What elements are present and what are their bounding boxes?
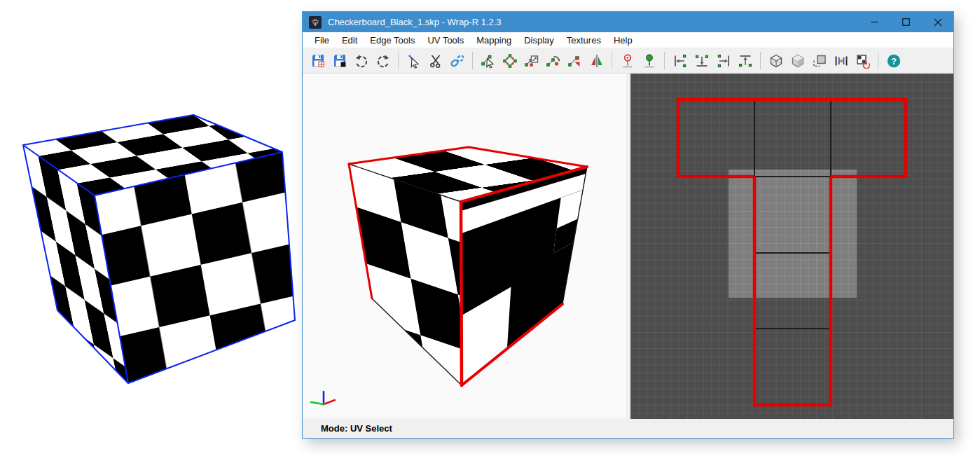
uv-select-button[interactable] xyxy=(478,50,498,71)
align-top-button[interactable] xyxy=(735,50,755,71)
align-bottom-icon xyxy=(694,53,710,69)
redo-button[interactable] xyxy=(373,50,393,71)
sketchup-viewport[interactable] xyxy=(0,0,302,461)
axis-gizmo xyxy=(311,392,335,404)
toolbar-separator xyxy=(612,52,612,69)
show-wireframe-icon xyxy=(768,53,784,69)
marquee-select-icon xyxy=(812,53,827,69)
maximize-button[interactable] xyxy=(890,12,922,32)
align-left-icon xyxy=(672,53,688,69)
minimize-button[interactable] xyxy=(859,12,890,32)
minimize-icon xyxy=(871,18,878,26)
help-button[interactable]: ? xyxy=(883,50,904,71)
redo-icon xyxy=(375,53,391,69)
uv-editor[interactable] xyxy=(630,74,953,418)
mode-indicator: Mode: UV Select xyxy=(321,423,392,434)
close-button[interactable] xyxy=(922,12,953,32)
show-solid-button[interactable] xyxy=(787,50,808,71)
distribute-button[interactable] xyxy=(831,50,851,71)
toolbar-separator xyxy=(472,52,473,69)
uv-move-button[interactable] xyxy=(499,50,520,71)
pin-pinned-button[interactable] xyxy=(639,50,659,71)
sketchup-cube xyxy=(0,0,302,461)
align-right-button[interactable] xyxy=(713,50,733,71)
uv-select-icon xyxy=(481,53,496,69)
app-icon xyxy=(309,16,322,29)
save-icon xyxy=(310,53,326,69)
uv-skew-icon xyxy=(567,53,583,69)
pin-unpinned-icon xyxy=(620,53,635,69)
menu-help[interactable]: Help xyxy=(607,33,639,48)
align-bottom-button[interactable] xyxy=(691,50,712,71)
toggle-grid-icon xyxy=(855,53,871,69)
toolbar-separator xyxy=(664,52,665,69)
save-as-button[interactable] xyxy=(329,50,350,71)
cut-button[interactable] xyxy=(425,50,446,71)
show-solid-icon xyxy=(790,53,806,69)
align-left-button[interactable] xyxy=(670,50,690,71)
marquee-select-button[interactable] xyxy=(809,50,829,71)
menu-textures[interactable]: Textures xyxy=(560,33,607,48)
menu-edit[interactable]: Edit xyxy=(336,33,364,48)
select-button[interactable] xyxy=(403,50,424,71)
uv-rotate-icon xyxy=(546,53,561,69)
toolbar-separator xyxy=(398,52,399,69)
undo-icon xyxy=(354,53,369,69)
menu-display[interactable]: Display xyxy=(518,33,560,48)
menubar: File Edit Edge Tools UV Tools Mapping Di… xyxy=(303,32,953,48)
titlebar[interactable]: Checkerboard_Black_1.skp - Wrap-R 1.2.3 xyxy=(303,12,953,32)
pin-unpinned-button[interactable] xyxy=(617,50,637,71)
uv-texture-square xyxy=(729,170,857,298)
uv-rotate-button[interactable] xyxy=(543,50,563,71)
window-title: Checkerboard_Black_1.skp - Wrap-R 1.2.3 xyxy=(328,17,859,27)
toggle-grid-button[interactable] xyxy=(853,50,873,71)
undo-button[interactable] xyxy=(351,50,371,71)
weld-button[interactable] xyxy=(447,50,467,71)
uv-skew-button[interactable] xyxy=(565,50,585,71)
toolbar-separator xyxy=(878,52,878,69)
save-as-icon xyxy=(332,53,347,69)
distribute-icon xyxy=(834,53,849,69)
save-button[interactable] xyxy=(308,50,328,71)
model-cube xyxy=(303,74,626,419)
uv-canvas xyxy=(630,74,953,419)
align-right-icon xyxy=(716,53,731,69)
uv-scale-button[interactable] xyxy=(521,50,541,71)
toolbar-separator xyxy=(760,52,761,69)
show-wireframe-button[interactable] xyxy=(766,50,786,71)
uv-flip-icon xyxy=(589,53,605,69)
screen: Checkerboard_Black_1.skp - Wrap-R 1.2.3 xyxy=(0,0,980,461)
select-icon xyxy=(406,53,422,69)
menu-uv-tools[interactable]: UV Tools xyxy=(421,33,470,48)
uv-move-icon xyxy=(502,53,518,69)
uv-flip-button[interactable] xyxy=(586,50,607,71)
maximize-icon xyxy=(902,18,910,26)
cut-icon xyxy=(428,53,443,69)
menu-edge-tools[interactable]: Edge Tools xyxy=(364,33,421,48)
menu-file[interactable]: File xyxy=(308,33,336,48)
svg-text:?: ? xyxy=(891,55,897,66)
help-icon: ? xyxy=(886,53,902,69)
align-top-icon xyxy=(738,53,753,69)
weld-icon xyxy=(450,53,465,69)
uv-scale-icon xyxy=(524,53,539,69)
toolbar: ? xyxy=(303,48,953,74)
main-area xyxy=(303,74,953,418)
close-icon xyxy=(934,18,942,27)
statusbar: Mode: UV Select xyxy=(303,418,953,438)
pin-pinned-icon xyxy=(642,53,657,69)
menu-mapping[interactable]: Mapping xyxy=(470,33,518,48)
wrapr-window: Checkerboard_Black_1.skp - Wrap-R 1.2.3 xyxy=(302,11,954,439)
model-viewport[interactable] xyxy=(303,74,626,418)
